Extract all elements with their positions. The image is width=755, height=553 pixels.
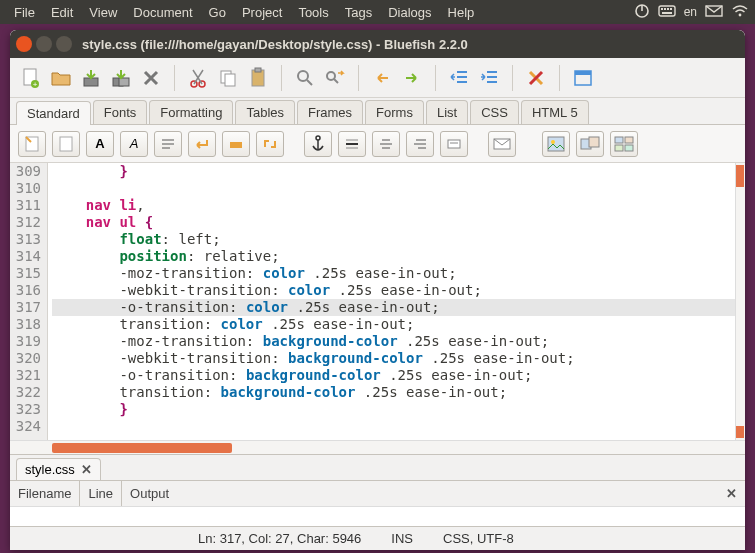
copy-icon[interactable] xyxy=(215,65,241,91)
output-col-output[interactable]: Output xyxy=(122,481,718,506)
window-minimize-button[interactable] xyxy=(36,36,52,52)
bold-icon[interactable]: A xyxy=(86,131,114,157)
find-replace-icon[interactable] xyxy=(322,65,348,91)
keyboard-icon[interactable] xyxy=(658,4,676,21)
output-close-icon[interactable]: ✕ xyxy=(718,486,745,501)
redo-icon[interactable] xyxy=(399,65,425,91)
tab-forms[interactable]: Forms xyxy=(365,100,424,124)
tab-standard[interactable]: Standard xyxy=(16,101,91,125)
image-icon[interactable] xyxy=(542,131,570,157)
paste-icon[interactable] xyxy=(245,65,271,91)
save-icon[interactable] xyxy=(78,65,104,91)
cut-icon[interactable] xyxy=(185,65,211,91)
email-icon[interactable] xyxy=(488,131,516,157)
code-line[interactable]: -moz-transition: color .25s ease-in-out; xyxy=(52,265,745,282)
thumbnail-icon[interactable] xyxy=(576,131,604,157)
code-line[interactable]: transition: background-color .25s ease-i… xyxy=(52,384,745,401)
menu-edit[interactable]: Edit xyxy=(43,2,81,23)
horizontal-scrollbar[interactable] xyxy=(10,440,745,454)
code-line[interactable]: } xyxy=(52,163,745,180)
body-icon[interactable] xyxy=(52,131,80,157)
fullscreen-icon[interactable] xyxy=(570,65,596,91)
menu-tags[interactable]: Tags xyxy=(337,2,380,23)
tab-formatting[interactable]: Formatting xyxy=(149,100,233,124)
line-number: 324 xyxy=(14,418,41,435)
menu-document[interactable]: Document xyxy=(125,2,200,23)
code-line[interactable] xyxy=(52,418,745,435)
rightalign-icon[interactable] xyxy=(406,131,434,157)
unindent-icon[interactable] xyxy=(446,65,472,91)
code-line[interactable]: nav li, xyxy=(52,197,745,214)
editor-area[interactable]: 3093103113123133143153163173183193203213… xyxy=(10,163,745,440)
code-line[interactable]: -moz-transition: background-color .25s e… xyxy=(52,333,745,350)
new-file-icon[interactable]: + xyxy=(18,65,44,91)
line-number: 313 xyxy=(14,231,41,248)
code-line[interactable]: transition: color .25s ease-in-out; xyxy=(52,316,745,333)
code-line[interactable] xyxy=(52,180,745,197)
menu-dialogs[interactable]: Dialogs xyxy=(380,2,439,23)
menu-view[interactable]: View xyxy=(81,2,125,23)
save-as-icon[interactable] xyxy=(108,65,134,91)
code-line[interactable]: nav ul { xyxy=(52,214,745,231)
svg-rect-59 xyxy=(625,137,633,143)
tab-frames[interactable]: Frames xyxy=(297,100,363,124)
code-view[interactable]: } nav li, nav ul { float: left; position… xyxy=(48,163,745,440)
multithumb-icon[interactable] xyxy=(610,131,638,157)
window-maximize-button[interactable] xyxy=(56,36,72,52)
nbsp-icon[interactable] xyxy=(222,131,250,157)
code-line[interactable]: -webkit-transition: color .25s ease-in-o… xyxy=(52,282,745,299)
tab-list[interactable]: List xyxy=(426,100,468,124)
code-line[interactable]: } xyxy=(52,401,745,418)
menu-go[interactable]: Go xyxy=(201,2,234,23)
code-line[interactable]: -o-transition: color .25s ease-in-out; xyxy=(52,299,745,316)
output-col-filename[interactable]: Filename xyxy=(10,481,80,506)
keyboard-lang-label[interactable]: en xyxy=(684,5,697,19)
center-icon[interactable] xyxy=(372,131,400,157)
italic-icon[interactable]: A xyxy=(120,131,148,157)
svg-line-23 xyxy=(307,80,312,85)
code-line[interactable]: float: left; xyxy=(52,231,745,248)
hr-icon[interactable] xyxy=(338,131,366,157)
find-icon[interactable] xyxy=(292,65,318,91)
window-close-button[interactable] xyxy=(16,36,32,52)
comment-icon[interactable] xyxy=(440,131,468,157)
svg-point-24 xyxy=(327,72,335,80)
mail-icon[interactable] xyxy=(705,4,723,21)
line-number: 310 xyxy=(14,180,41,197)
code-line[interactable]: position: relative; xyxy=(52,248,745,265)
close-tab-icon[interactable]: ✕ xyxy=(81,462,92,477)
line-number: 311 xyxy=(14,197,41,214)
line-number: 323 xyxy=(14,401,41,418)
power-icon[interactable] xyxy=(634,3,650,22)
anchor-link-icon[interactable] xyxy=(256,131,284,157)
menu-file[interactable]: File xyxy=(6,2,43,23)
preferences-icon[interactable] xyxy=(523,65,549,91)
break-icon[interactable] xyxy=(188,131,216,157)
window-title: style.css (file:///home/gayan/Desktop/st… xyxy=(82,37,468,52)
menu-project[interactable]: Project xyxy=(234,2,290,23)
menu-help[interactable]: Help xyxy=(440,2,483,23)
undo-icon[interactable] xyxy=(369,65,395,91)
close-file-icon[interactable] xyxy=(138,65,164,91)
anchor-icon[interactable] xyxy=(304,131,332,157)
paragraph-icon[interactable] xyxy=(154,131,182,157)
output-panel-body xyxy=(10,506,745,526)
system-menubar: FileEditViewDocumentGoProjectToolsTagsDi… xyxy=(0,0,755,24)
tab-css[interactable]: CSS xyxy=(470,100,519,124)
wifi-icon[interactable] xyxy=(731,4,749,21)
line-number: 321 xyxy=(14,367,41,384)
code-line[interactable]: -webkit-transition: background-color .25… xyxy=(52,350,745,367)
tab-tables[interactable]: Tables xyxy=(235,100,295,124)
tab-fonts[interactable]: Fonts xyxy=(93,100,148,124)
window-titlebar[interactable]: style.css (file:///home/gayan/Desktop/st… xyxy=(10,30,745,58)
file-tab-stylecss[interactable]: style.css ✕ xyxy=(16,458,101,480)
system-tray: en xyxy=(634,3,749,22)
tab-html5[interactable]: HTML 5 xyxy=(521,100,589,124)
code-line[interactable]: -o-transition: background-color .25s eas… xyxy=(52,367,745,384)
indent-icon[interactable] xyxy=(476,65,502,91)
menu-tools[interactable]: Tools xyxy=(290,2,336,23)
output-col-line[interactable]: Line xyxy=(80,481,122,506)
open-file-icon[interactable] xyxy=(48,65,74,91)
quickstart-icon[interactable] xyxy=(18,131,46,157)
vertical-scrollbar[interactable] xyxy=(735,163,745,440)
